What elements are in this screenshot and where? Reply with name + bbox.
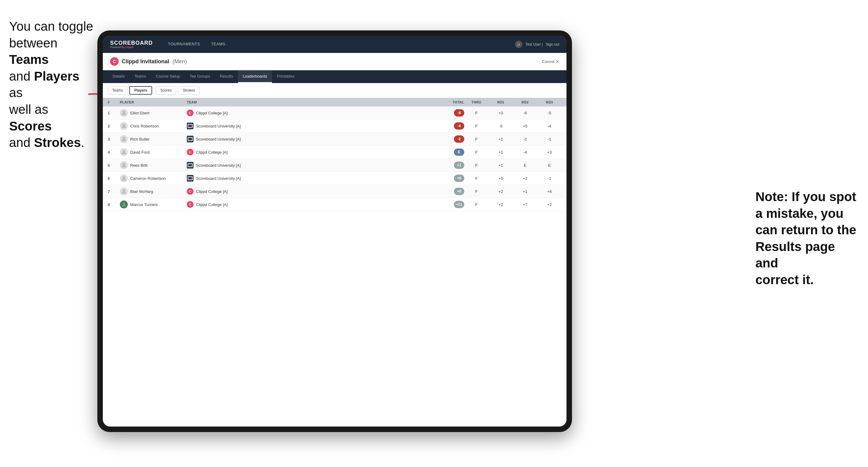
table-row: 2 Chris Robertson Scoreboard University … — [103, 120, 566, 133]
tournament-header: C Clippd Invitational (Men) Cancel ✕ — [103, 53, 566, 70]
score-badge: +8 — [454, 188, 464, 195]
score-badge: E — [454, 149, 464, 156]
player-avatar — [120, 200, 128, 209]
main-nav: TOURNAMENTS TEAMS — [162, 36, 505, 53]
logo-sub-text: Powered by clippd — [110, 46, 153, 49]
tab-course-setup[interactable]: Course Setup — [151, 70, 185, 83]
cancel-x-icon: ✕ — [556, 59, 559, 64]
leaderboard-table: # PLAYER TEAM TOTAL THRU RD1 RD2 RD3 1 E… — [103, 98, 566, 427]
tablet-frame: SCOREBOARD Powered by clippd TOURNAMENTS… — [97, 30, 572, 432]
team-cell: Scoreboard University [A] — [187, 162, 434, 168]
svg-point-3 — [123, 137, 125, 139]
logo-brand: clippd — [125, 45, 133, 49]
team-logo-clippd: C — [187, 110, 193, 116]
player-cell: Elliot Ebert — [120, 109, 187, 117]
sign-out-link[interactable]: Sign out — [546, 42, 559, 46]
scoreboard-logo: SCOREBOARD Powered by clippd — [110, 40, 153, 49]
tab-leaderboards[interactable]: Leaderboards — [238, 70, 272, 83]
team-cell: C Clippd College [A] — [187, 188, 434, 195]
team-logo-scoreboard — [187, 175, 193, 182]
team-cell: Scoreboard University [A] — [187, 123, 434, 129]
nav-tournaments[interactable]: TOURNAMENTS — [162, 36, 206, 53]
table-row: 5 Rees Britt Scoreboard University [A] +… — [103, 159, 566, 172]
score-badge: -8 — [454, 109, 464, 117]
sub-controls: Teams Players Scores Strokes — [103, 83, 566, 98]
player-avatar — [120, 122, 128, 130]
view-teams-button[interactable]: Teams — [108, 86, 127, 95]
logo-main-text: SCOREBOARD — [110, 40, 153, 45]
score-badge: +11 — [454, 201, 464, 208]
svg-point-1 — [123, 111, 125, 113]
svg-point-8 — [123, 202, 125, 205]
tournament-logo: C — [110, 57, 119, 66]
player-avatar — [120, 148, 128, 156]
cancel-button[interactable]: Cancel ✕ — [542, 59, 559, 64]
view-players-button[interactable]: Players — [129, 86, 152, 95]
player-cell: Blair McHarg — [120, 187, 187, 195]
table-row: 3 Rich Butler Scoreboard University [A] … — [103, 133, 566, 146]
player-cell: David Ford — [120, 148, 187, 156]
tournament-name: Clippd Invitational (Men) — [122, 58, 187, 65]
team-cell: Scoreboard University [A] — [187, 136, 434, 143]
player-cell: Marcus Turners — [120, 200, 187, 209]
tab-teams[interactable]: Teams — [130, 70, 151, 83]
app-header: SCOREBOARD Powered by clippd TOURNAMENTS… — [103, 36, 566, 53]
col-rd2: RD2 — [513, 100, 537, 104]
view-scores-button[interactable]: Scores — [156, 86, 176, 95]
left-annotation: You can toggle between Teams and Players… — [9, 18, 94, 151]
col-team: TEAM — [187, 100, 434, 104]
col-thru: THRU — [464, 100, 489, 104]
nav-teams[interactable]: TEAMS — [206, 36, 231, 53]
user-avatar: U — [515, 41, 522, 48]
tab-details[interactable]: Details — [108, 70, 130, 83]
team-logo-clippd: C — [187, 188, 193, 195]
team-logo-clippd: C — [187, 201, 193, 208]
col-pos: # — [108, 100, 120, 104]
tab-results[interactable]: Results — [215, 70, 238, 83]
col-rd3: RD3 — [537, 100, 562, 104]
score-badge: -4 — [454, 122, 464, 130]
col-rd1: RD1 — [489, 100, 513, 104]
team-cell: Scoreboard University [A] — [187, 175, 434, 182]
table-row: 6 Cameron Robertson Scoreboard Universit… — [103, 172, 566, 185]
table-header: # PLAYER TEAM TOTAL THRU RD1 RD2 RD3 — [103, 98, 566, 106]
tab-tee-groups[interactable]: Tee Groups — [185, 70, 215, 83]
tabs-bar: Details Teams Course Setup Tee Groups Re… — [103, 70, 566, 83]
player-avatar — [120, 135, 128, 143]
player-avatar — [120, 161, 128, 169]
table-row: 8 Marcus Turners C Clippd College [A] +1… — [103, 198, 566, 211]
col-player: PLAYER — [120, 100, 187, 104]
tournament-title-row: C Clippd Invitational (Men) — [110, 57, 187, 66]
svg-point-7 — [123, 189, 125, 192]
team-logo-scoreboard — [187, 162, 193, 168]
col-total: TOTAL — [434, 100, 464, 104]
team-logo-clippd: C — [187, 149, 193, 155]
table-row: 7 Blair McHarg C Clippd College [A] +8 F… — [103, 185, 566, 198]
player-cell: Cameron Robertson — [120, 174, 187, 182]
svg-point-2 — [123, 124, 125, 126]
tablet-screen: SCOREBOARD Powered by clippd TOURNAMENTS… — [103, 36, 566, 427]
team-cell: C Clippd College [A] — [187, 201, 434, 208]
svg-point-6 — [123, 176, 125, 179]
svg-point-4 — [123, 150, 125, 152]
team-cell: C Clippd College [A] — [187, 110, 434, 116]
header-right: U Test User | Sign out — [515, 41, 559, 48]
player-avatar — [120, 187, 128, 195]
score-badge: +1 — [454, 161, 464, 169]
player-cell: Rich Butler — [120, 135, 187, 143]
player-cell: Rees Britt — [120, 161, 187, 169]
right-annotation: Note: If you spota mistake, youcan retur… — [755, 189, 859, 288]
player-avatar — [120, 174, 128, 182]
player-avatar — [120, 109, 128, 117]
view-strokes-button[interactable]: Strokes — [178, 86, 199, 95]
tab-printables[interactable]: Printables — [272, 70, 299, 83]
team-logo-scoreboard — [187, 136, 193, 143]
table-row: 1 Elliot Ebert C Clippd College [A] -8 F… — [103, 106, 566, 120]
team-cell: C Clippd College [A] — [187, 149, 434, 155]
player-cell: Chris Robertson — [120, 122, 187, 130]
score-badge: +6 — [454, 175, 464, 182]
svg-point-5 — [123, 163, 125, 165]
score-badge: -2 — [454, 135, 464, 143]
team-logo-scoreboard — [187, 123, 193, 129]
user-name: Test User | — [525, 42, 543, 46]
